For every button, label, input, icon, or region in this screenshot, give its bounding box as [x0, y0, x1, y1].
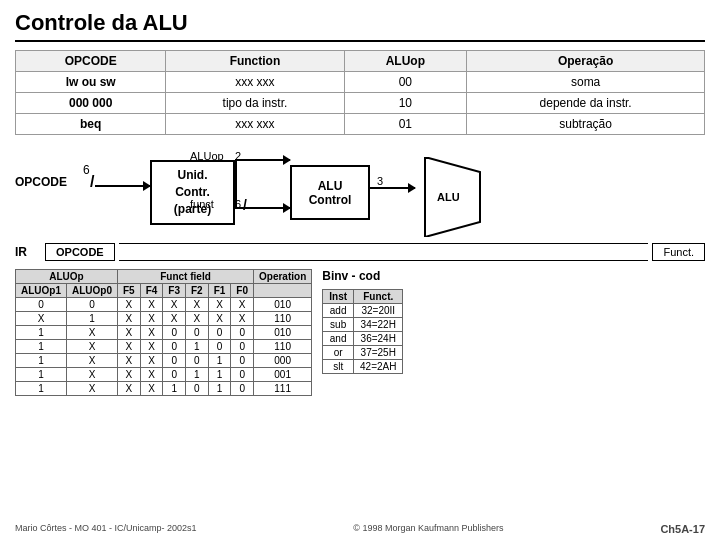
- col-header-function: Function: [166, 51, 344, 72]
- cell: 0: [208, 326, 231, 340]
- cell: 0: [231, 326, 254, 340]
- cell: 000 000: [16, 93, 166, 114]
- cell: X: [118, 326, 141, 340]
- cell: 010: [254, 326, 312, 340]
- cell: 1: [186, 368, 209, 382]
- cell: 1: [67, 312, 118, 326]
- opcode-label: OPCODE: [15, 175, 67, 189]
- cell: X: [231, 312, 254, 326]
- cell: X: [67, 326, 118, 340]
- page-title: Controle da ALU: [15, 10, 705, 42]
- cell: 10: [344, 93, 467, 114]
- cell: 000: [254, 354, 312, 368]
- cell: 0: [231, 340, 254, 354]
- small-col-funct: Funct.: [354, 290, 403, 304]
- opcode-arrow: [95, 185, 150, 187]
- cell: X: [231, 298, 254, 312]
- alu-control-line1: ALU: [318, 179, 343, 193]
- bottom-area: ALUOp Funct field Operation ALUOp1 ALUOp…: [15, 269, 705, 396]
- cell: X: [67, 368, 118, 382]
- cell: X: [140, 340, 163, 354]
- unid-line1: Unid.: [178, 167, 208, 184]
- cell: X: [16, 312, 67, 326]
- cell: X: [67, 340, 118, 354]
- cell: 0: [163, 368, 186, 382]
- table-row: sub34=22H: [323, 318, 403, 332]
- cell: 1: [186, 340, 209, 354]
- table-row: beq xxx xxx 01 subtração: [16, 114, 705, 135]
- cell: 01: [344, 114, 467, 135]
- col-f3: F3: [163, 284, 186, 298]
- ir-opcode-box: OPCODE: [45, 243, 115, 261]
- cell: 00: [344, 72, 467, 93]
- page: Controle da ALU OPCODE Function ALUop Op…: [0, 0, 720, 540]
- alu-shape: ALU: [415, 157, 490, 237]
- cell: lw ou sw: [16, 72, 166, 93]
- cell: X: [118, 298, 141, 312]
- cell: 1: [208, 382, 231, 396]
- ir-dots: [119, 243, 649, 261]
- cell: X: [118, 368, 141, 382]
- table-row: 1XXX0100110: [16, 340, 312, 354]
- cell: 0: [231, 368, 254, 382]
- cell: 1: [163, 382, 186, 396]
- group-aluop: ALUOp: [16, 270, 118, 284]
- top-table: OPCODE Function ALUop Operação lw ou sw …: [15, 50, 705, 135]
- small-table: Inst Funct. add32=20IIsub34=22Hand36=24H…: [322, 289, 403, 374]
- alu-out-arrow: [370, 187, 415, 189]
- col-f2: F2: [186, 284, 209, 298]
- chapter-label: Ch5A-17: [660, 523, 705, 535]
- cell: X: [118, 354, 141, 368]
- cell: xxx xxx: [166, 72, 344, 93]
- table-row: 1XXX1010111: [16, 382, 312, 396]
- cell: sub: [323, 318, 354, 332]
- cell: 111: [254, 382, 312, 396]
- cell: 1: [16, 340, 67, 354]
- cell: 34=22H: [354, 318, 403, 332]
- ir-area: IR OPCODE Funct.: [15, 243, 705, 261]
- cell: X: [186, 298, 209, 312]
- cell: 1: [16, 354, 67, 368]
- cell: 0: [208, 340, 231, 354]
- cell: or: [323, 346, 354, 360]
- group-funct: Funct field: [118, 270, 254, 284]
- alu-control-line2: Control: [309, 193, 352, 207]
- svg-text:ALU: ALU: [437, 191, 460, 203]
- cell: 32=20II: [354, 304, 403, 318]
- cell: 0: [67, 298, 118, 312]
- cell: 36=24H: [354, 332, 403, 346]
- diagram-area: OPCODE 6 / Unid. Contr. (parte) ALUop 2 …: [15, 145, 705, 235]
- table-row: 1XXX0000010: [16, 326, 312, 340]
- cell: X: [163, 312, 186, 326]
- cell: soma: [467, 72, 705, 93]
- ir-funct-box: Funct.: [652, 243, 705, 261]
- table-row: add32=20II: [323, 304, 403, 318]
- table-row: 00XXXXXX010: [16, 298, 312, 312]
- cell: X: [140, 298, 163, 312]
- cell: 42=2AH: [354, 360, 403, 374]
- cell: X: [140, 382, 163, 396]
- cell: 010: [254, 298, 312, 312]
- cell: subtração: [467, 114, 705, 135]
- cell: X: [186, 312, 209, 326]
- cell: X: [67, 354, 118, 368]
- funct-vertical-line: [235, 159, 237, 209]
- cell: X: [118, 312, 141, 326]
- opcode-bit: 6: [83, 163, 90, 177]
- main-table: ALUOp Funct field Operation ALUOp1 ALUOp…: [15, 269, 312, 396]
- cell: X: [118, 340, 141, 354]
- cell: 37=25H: [354, 346, 403, 360]
- unid-box: Unid. Contr. (parte): [150, 160, 235, 225]
- binv-label: Binv - cod: [322, 269, 403, 283]
- alu-control-box: ALU Control: [290, 165, 370, 220]
- cell: beq: [16, 114, 166, 135]
- cell: tipo da instr.: [166, 93, 344, 114]
- right-side: Binv - cod Inst Funct. add32=20IIsub34=2…: [322, 269, 403, 396]
- cell: 1: [16, 326, 67, 340]
- alu-out-num: 3: [377, 175, 383, 187]
- cell: X: [118, 382, 141, 396]
- aluop-label: ALUop: [190, 150, 224, 162]
- cell: depende da instr.: [467, 93, 705, 114]
- cell: X: [208, 298, 231, 312]
- ir-label: IR: [15, 245, 35, 259]
